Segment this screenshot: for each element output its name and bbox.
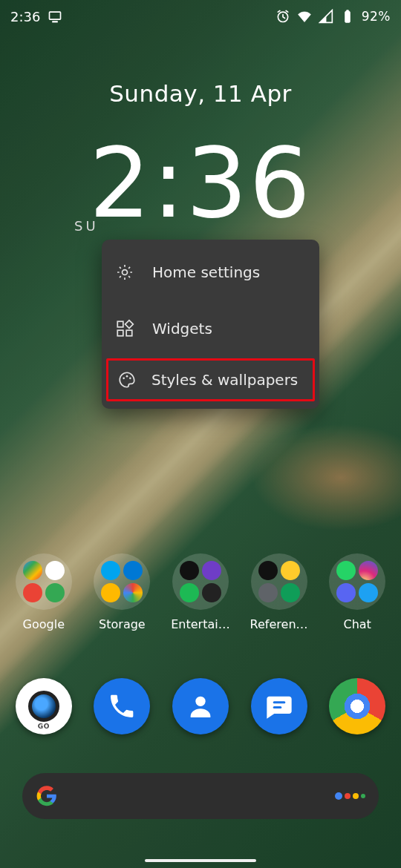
assistant-icon[interactable] (335, 792, 365, 800)
phone-icon (107, 691, 137, 721)
folder-icon (94, 553, 150, 610)
clock-time: 2:36 (0, 135, 401, 231)
folder-icon (172, 553, 229, 610)
menu-item-label: Styles & wallpapers (151, 371, 298, 389)
svg-point-10 (123, 378, 125, 380)
clock-date: Sunday, 11 Apr (0, 80, 401, 107)
clock-widget[interactable]: Sunday, 11 Apr 2:36 (0, 80, 401, 231)
gear-icon (115, 263, 134, 282)
battery-icon (340, 9, 355, 24)
alarm-icon (276, 9, 290, 24)
google-search-bar[interactable] (22, 773, 379, 819)
svg-rect-3 (345, 11, 350, 22)
folder-entertainment[interactable]: Entertai… (165, 553, 236, 631)
svg-rect-9 (125, 320, 134, 329)
menu-item-label: Widgets (152, 320, 212, 338)
folder-label: Entertai… (171, 617, 229, 631)
home-context-menu: Home settings Widgets Styles & wallpaper… (102, 240, 319, 409)
messages-icon (264, 691, 294, 721)
status-bar: 2:36 92% (0, 0, 401, 33)
camera-lens-icon (28, 691, 59, 722)
folder-label: Google (23, 617, 65, 631)
widgets-icon (115, 319, 134, 338)
dock-contacts[interactable] (172, 678, 229, 734)
folder-icon (251, 553, 307, 610)
svg-rect-8 (126, 330, 132, 336)
folder-row: Google Storage Entertai… Referen… Chat (0, 553, 401, 631)
menu-widgets[interactable]: Widgets (102, 300, 319, 357)
svg-point-11 (126, 375, 128, 378)
svg-rect-14 (273, 701, 285, 703)
folder-label: Storage (99, 617, 146, 631)
folder-icon (16, 553, 72, 610)
gesture-nav-handle[interactable] (145, 859, 256, 862)
svg-rect-0 (50, 12, 61, 19)
svg-point-13 (195, 697, 205, 706)
cast-icon (48, 9, 62, 24)
wifi-icon (297, 9, 312, 24)
person-icon (186, 691, 215, 721)
svg-rect-6 (117, 321, 123, 327)
dock-chrome[interactable] (329, 678, 385, 734)
folder-icon (329, 553, 385, 610)
signal-icon (319, 9, 333, 24)
dock-phone[interactable] (94, 678, 150, 734)
status-time: 2:36 (10, 9, 40, 24)
battery-percent: 92% (362, 9, 391, 24)
svg-rect-15 (273, 706, 281, 708)
camera-go-caption: GO (38, 723, 50, 730)
svg-rect-7 (117, 330, 123, 336)
folder-storage[interactable]: Storage (86, 553, 157, 631)
svg-point-5 (123, 270, 128, 275)
folder-label: Chat (343, 617, 371, 631)
folder-reference[interactable]: Referen… (244, 553, 315, 631)
svg-rect-4 (346, 10, 348, 12)
svg-point-12 (129, 378, 131, 380)
google-g-icon (36, 785, 58, 807)
dock-camera-go[interactable]: GO (16, 678, 72, 734)
folder-google[interactable]: Google (8, 553, 79, 631)
menu-item-label: Home settings (152, 263, 260, 281)
menu-styles-wallpapers[interactable]: Styles & wallpapers (106, 358, 315, 401)
menu-home-settings[interactable]: Home settings (102, 244, 319, 300)
dock: GO (0, 678, 401, 734)
dock-messages[interactable] (251, 678, 307, 734)
svg-rect-1 (53, 22, 58, 22)
palette-icon (117, 370, 137, 389)
folder-label: Referen… (250, 617, 308, 631)
folder-chat[interactable]: Chat (322, 553, 393, 631)
